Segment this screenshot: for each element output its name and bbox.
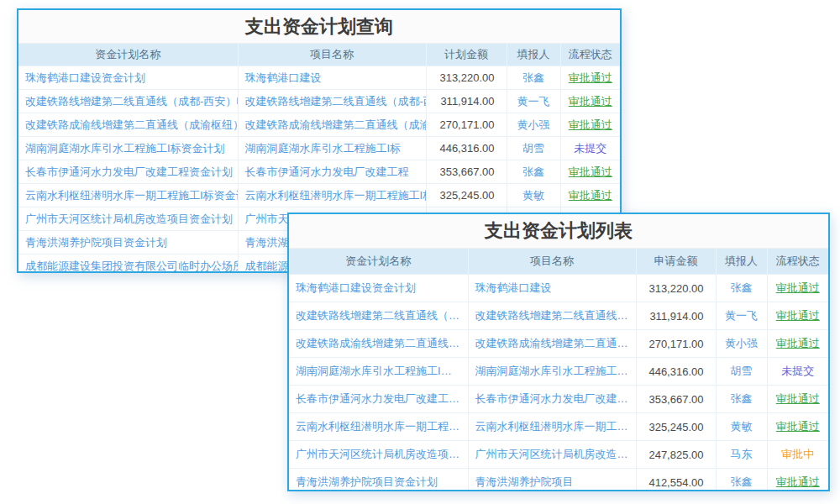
cell-amount: 311,914.00 bbox=[426, 90, 507, 113]
cell-status[interactable]: 审批通过 bbox=[560, 66, 620, 90]
cell-reporter[interactable]: 张鑫 bbox=[716, 386, 767, 413]
cell-reporter[interactable]: 张鑫 bbox=[716, 469, 767, 492]
cell-status[interactable]: 审批通过 bbox=[767, 275, 828, 302]
cell-reporter[interactable]: 黄一飞 bbox=[507, 90, 560, 113]
status-badge[interactable]: 审批通过 bbox=[569, 189, 612, 202]
table-row[interactable]: 云南水利枢纽潜明水库一期工程施工I标资金计划 云南水利枢纽潜明水库一期工程施工I… bbox=[289, 413, 828, 441]
table-row[interactable]: 珠海鹤港口建设资金计划 珠海鹤港口建设 313,220.00 张鑫 审批通过 bbox=[289, 275, 828, 302]
cell-project-name[interactable]: 珠海鹤港口建设 bbox=[238, 66, 426, 90]
table-row[interactable]: 长春市伊通河水力发电厂改建工程资金计划 长春市伊通河水力发电厂改建工程 353,… bbox=[18, 160, 620, 184]
table-row[interactable]: 改建铁路成渝线增建第二直通线（成渝枢纽）电力 改建铁路成渝线增建第二直通线（成渝… bbox=[18, 113, 620, 137]
cell-amount: 270,171.00 bbox=[426, 113, 507, 137]
cell-project-name[interactable]: 长春市伊通河水力发电厂改建工程 bbox=[468, 386, 636, 413]
cell-project-name[interactable]: 珠海鹤港口建设 bbox=[468, 275, 636, 302]
status-badge[interactable]: 未提交 bbox=[574, 142, 606, 155]
cell-plan-name[interactable]: 云南水利枢纽潜明水库一期工程施工I标资金计划 bbox=[289, 413, 468, 441]
cell-amount: 353,667.00 bbox=[426, 160, 507, 184]
cell-status[interactable]: 未提交 bbox=[560, 137, 620, 160]
cell-plan-name[interactable]: 广州市天河区统计局机房改造项目资金计划 bbox=[289, 441, 468, 469]
list-table: 资金计划名称 项目名称 申请金额 填报人 流程状态 珠海鹤港口建设资金计划 珠海… bbox=[289, 249, 828, 491]
cell-project-name[interactable]: 青海洪湖养护院项目 bbox=[468, 469, 636, 492]
table-row[interactable]: 改建铁路线增建第二线直通线（成都-西安）电力 改建铁路线增建第二线直通线（成都-… bbox=[289, 302, 828, 330]
cell-plan-name[interactable]: 长春市伊通河水力发电厂改建工程资金计划 bbox=[289, 386, 468, 413]
list-header-row: 资金计划名称 项目名称 申请金额 填报人 流程状态 bbox=[289, 249, 828, 275]
table-row[interactable]: 青海洪湖养护院项目资金计划 青海洪湖养护院项目 412,554.00 张鑫 审批… bbox=[289, 469, 828, 492]
cell-status[interactable]: 审批通过 bbox=[767, 302, 828, 330]
cell-plan-name[interactable]: 改建铁路成渝线增建第二直通线（成渝枢纽）电力 bbox=[289, 330, 468, 358]
status-badge[interactable]: 审批通过 bbox=[776, 420, 820, 433]
cell-reporter[interactable]: 胡雪 bbox=[507, 137, 560, 160]
table-row[interactable]: 改建铁路线增建第二线直通线（成都-西安）电力 改建铁路线增建第二线直通线（成都-… bbox=[18, 90, 620, 113]
cell-status[interactable]: 审批通过 bbox=[560, 90, 620, 113]
cell-plan-name[interactable]: 改建铁路线增建第二线直通线（成都-西安）电力 bbox=[289, 302, 468, 330]
table-row[interactable]: 云南水利枢纽潜明水库一期工程施工I标资金计划 云南水利枢纽潜明水库一期工程施工I… bbox=[18, 184, 620, 207]
column-header-status: 流程状态 bbox=[560, 44, 620, 66]
cell-project-name[interactable]: 湖南洞庭湖水库引水工程施工I标 bbox=[238, 137, 426, 160]
cell-plan-name[interactable]: 湖南洞庭湖水库引水工程施工I标资金计划 bbox=[289, 358, 468, 386]
cell-reporter[interactable]: 黄小强 bbox=[507, 113, 560, 137]
cell-status[interactable]: 审批通过 bbox=[560, 113, 620, 137]
cell-reporter[interactable]: 黄小强 bbox=[716, 330, 767, 358]
cell-plan-name[interactable]: 长春市伊通河水力发电厂改建工程资金计划 bbox=[18, 160, 238, 184]
cell-plan-name[interactable]: 广州市天河区统计局机房改造项目资金计划 bbox=[18, 207, 238, 231]
status-badge[interactable]: 审批中 bbox=[781, 448, 814, 460]
cell-status[interactable]: 审批通过 bbox=[767, 469, 828, 492]
cell-status[interactable]: 审批通过 bbox=[560, 160, 620, 184]
cell-status[interactable]: 审批通过 bbox=[560, 184, 620, 207]
cell-amount: 311,914.00 bbox=[636, 302, 716, 330]
query-header-row: 资金计划名称 项目名称 计划金额 填报人 流程状态 bbox=[18, 44, 620, 66]
column-header-status: 流程状态 bbox=[767, 249, 828, 275]
status-badge[interactable]: 审批通过 bbox=[569, 118, 612, 131]
cell-project-name[interactable]: 改建铁路成渝线增建第二直通线（成渝枢纽） bbox=[468, 330, 636, 358]
cell-project-name[interactable]: 改建铁路成渝线增建第二直通线（成渝枢纽） bbox=[238, 113, 426, 137]
cell-plan-name[interactable]: 改建铁路线增建第二线直通线（成都-西安）电力 bbox=[18, 90, 238, 113]
table-row[interactable]: 广州市天河区统计局机房改造项目资金计划 广州市天河区统计局机房改造项目 247,… bbox=[289, 441, 828, 469]
status-badge[interactable]: 审批通过 bbox=[776, 392, 820, 405]
cell-plan-name[interactable]: 成都能源建设集团投资有限公司临时办公场所装 bbox=[18, 255, 238, 274]
column-header-amount: 申请金额 bbox=[636, 249, 716, 275]
cell-project-name[interactable]: 云南水利枢纽潜明水库一期工程施工I标 bbox=[238, 184, 426, 207]
cell-plan-name[interactable]: 改建铁路成渝线增建第二直通线（成渝枢纽）电力 bbox=[18, 113, 238, 137]
cell-plan-name[interactable]: 湖南洞庭湖水库引水工程施工I标资金计划 bbox=[18, 137, 238, 160]
table-row[interactable]: 湖南洞庭湖水库引水工程施工I标资金计划 湖南洞庭湖水库引水工程施工I标 446,… bbox=[289, 358, 828, 386]
cell-reporter[interactable]: 张鑫 bbox=[507, 66, 560, 90]
cell-status[interactable]: 审批通过 bbox=[767, 330, 828, 358]
cell-project-name[interactable]: 改建铁路线增建第二线直通线（成都-西安） bbox=[468, 302, 636, 330]
cell-reporter[interactable]: 马东 bbox=[716, 441, 767, 469]
cell-status[interactable]: 未提交 bbox=[767, 358, 828, 386]
cell-project-name[interactable]: 云南水利枢纽潜明水库一期工程施工I标 bbox=[468, 413, 636, 441]
table-row[interactable]: 改建铁路成渝线增建第二直通线（成渝枢纽）电力 改建铁路成渝线增建第二直通线（成渝… bbox=[289, 330, 828, 358]
cell-reporter[interactable]: 黄敏 bbox=[507, 184, 560, 207]
status-badge[interactable]: 审批通过 bbox=[776, 281, 820, 294]
cell-reporter[interactable]: 黄敏 bbox=[716, 413, 767, 441]
cell-reporter[interactable]: 黄一飞 bbox=[716, 302, 767, 330]
cell-reporter[interactable]: 张鑫 bbox=[507, 160, 560, 184]
table-row[interactable]: 湖南洞庭湖水库引水工程施工I标资金计划 湖南洞庭湖水库引水工程施工I标 446,… bbox=[18, 137, 620, 160]
status-badge[interactable]: 审批通过 bbox=[569, 95, 612, 108]
cell-amount: 412,554.00 bbox=[636, 469, 716, 492]
cell-plan-name[interactable]: 云南水利枢纽潜明水库一期工程施工I标资金计划 bbox=[18, 184, 238, 207]
cell-plan-name[interactable]: 珠海鹤港口建设资金计划 bbox=[289, 275, 468, 302]
cell-plan-name[interactable]: 青海洪湖养护院项目资金计划 bbox=[18, 231, 238, 255]
status-badge[interactable]: 审批通过 bbox=[569, 165, 612, 178]
status-badge[interactable]: 审批通过 bbox=[569, 71, 612, 84]
cell-status[interactable]: 审批中 bbox=[767, 441, 828, 469]
status-badge[interactable]: 审批通过 bbox=[776, 475, 820, 488]
column-header-plan: 资金计划名称 bbox=[289, 249, 468, 275]
cell-project-name[interactable]: 湖南洞庭湖水库引水工程施工I标 bbox=[468, 358, 636, 386]
cell-status[interactable]: 审批通过 bbox=[767, 413, 828, 441]
cell-reporter[interactable]: 张鑫 bbox=[716, 275, 767, 302]
table-row[interactable]: 珠海鹤港口建设资金计划 珠海鹤港口建设 313,220.00 张鑫 审批通过 bbox=[18, 66, 620, 90]
cell-plan-name[interactable]: 青海洪湖养护院项目资金计划 bbox=[289, 469, 468, 492]
cell-status[interactable]: 审批通过 bbox=[767, 386, 828, 413]
cell-project-name[interactable]: 长春市伊通河水力发电厂改建工程 bbox=[238, 160, 426, 184]
table-row[interactable]: 长春市伊通河水力发电厂改建工程资金计划 长春市伊通河水力发电厂改建工程 353,… bbox=[289, 386, 828, 413]
cell-plan-name[interactable]: 珠海鹤港口建设资金计划 bbox=[18, 66, 238, 90]
status-badge[interactable]: 审批通过 bbox=[776, 337, 820, 349]
cell-reporter[interactable]: 胡雪 bbox=[716, 358, 767, 386]
status-badge[interactable]: 未提交 bbox=[781, 365, 814, 377]
cell-project-name[interactable]: 广州市天河区统计局机房改造项目 bbox=[468, 441, 636, 469]
cell-amount: 446,316.00 bbox=[426, 137, 507, 160]
cell-project-name[interactable]: 改建铁路线增建第二线直通线（成都-西安） bbox=[238, 90, 426, 113]
status-badge[interactable]: 审批通过 bbox=[776, 309, 820, 322]
